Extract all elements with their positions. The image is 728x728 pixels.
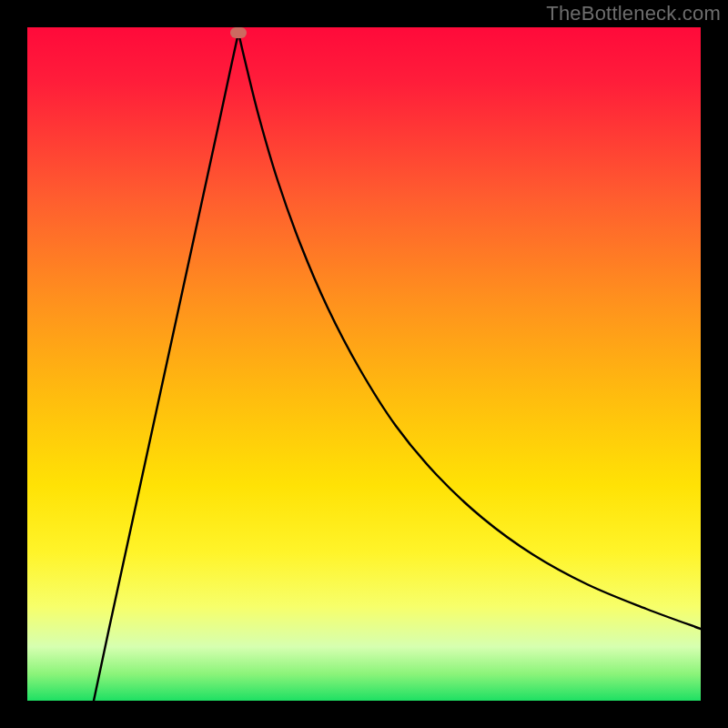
bottleneck-curve [27,27,701,701]
chart-plot-area [27,27,701,701]
curve-right-branch [238,33,701,629]
minimum-marker [230,27,247,38]
watermark-text: TheBottleneck.com [546,2,721,25]
curve-left-branch [94,33,238,701]
